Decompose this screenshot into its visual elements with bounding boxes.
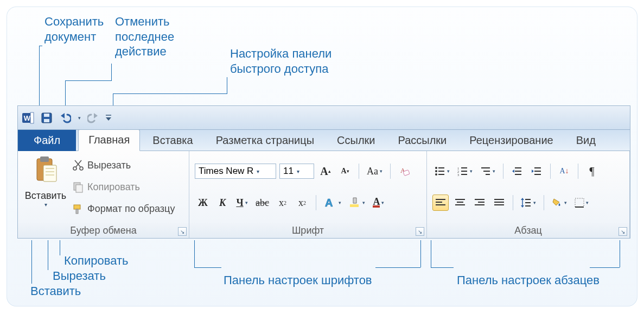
increase-indent-button[interactable] xyxy=(528,163,545,179)
align-right-button[interactable] xyxy=(471,195,488,211)
svg-point-33 xyxy=(435,173,437,176)
borders-button[interactable]: ▾ xyxy=(572,195,591,211)
svg-rect-4 xyxy=(44,114,49,117)
highlight-icon xyxy=(349,197,361,209)
justify-button[interactable] xyxy=(491,195,507,211)
paint-bucket-icon xyxy=(552,198,563,208)
svg-marker-47 xyxy=(512,170,514,173)
svg-rect-23 xyxy=(76,209,78,214)
ribbon-panels: Вставить ▾ Вырезать Копировать xyxy=(18,151,630,238)
callout-font-panel: Панель настроек шрифтов xyxy=(224,273,372,288)
tab-home[interactable]: Главная xyxy=(78,129,140,151)
italic-button[interactable]: К xyxy=(214,195,231,211)
panel-font: Times New R ▾ 11 ▾ A▴ A▾ xyxy=(189,151,427,238)
highlight-button[interactable]: ▾ xyxy=(347,195,367,211)
undo-dropdown[interactable]: ▾ xyxy=(75,110,83,126)
borders-icon xyxy=(575,198,584,208)
undo-button[interactable] xyxy=(57,110,73,126)
paragraph-group-label: Абзац xyxy=(514,225,542,236)
tab-review[interactable]: Рецензирование xyxy=(459,130,563,151)
change-case-button[interactable]: Aa▾ xyxy=(365,163,385,179)
svg-marker-28 xyxy=(353,198,356,203)
sort-button[interactable]: A↓ xyxy=(556,163,572,179)
indent-icon xyxy=(531,166,542,176)
font-dialog-launcher[interactable]: ↘ xyxy=(416,227,424,236)
underline-button[interactable]: Ч▾ xyxy=(234,195,250,211)
tab-file[interactable]: Файл xyxy=(18,130,76,151)
bold-button[interactable]: Ж xyxy=(195,195,211,211)
panel-clipboard: Вставить ▾ Вырезать Копировать xyxy=(18,151,189,238)
tab-mailings[interactable]: Рассылки xyxy=(388,130,457,151)
copy-label: Копировать xyxy=(87,181,140,193)
svg-rect-5 xyxy=(44,119,49,122)
ribbon-tabs: Файл Главная Вставка Разметка страницы С… xyxy=(18,130,630,151)
format-painter-button[interactable]: Формат по образцу xyxy=(72,202,175,216)
line-spacing-button[interactable]: ▾ xyxy=(519,195,538,211)
save-button[interactable] xyxy=(39,110,55,126)
callout-save: Сохранить документ xyxy=(44,14,104,44)
svg-point-16 xyxy=(73,167,76,170)
superscript-button[interactable]: x2 xyxy=(294,195,310,211)
svg-rect-27 xyxy=(350,204,359,207)
tab-view[interactable]: Вид xyxy=(566,130,606,151)
align-left-icon xyxy=(436,198,445,207)
svg-text:W: W xyxy=(24,114,31,122)
qat-customize-dropdown[interactable] xyxy=(104,110,113,126)
clipboard-group-label: Буфер обмена xyxy=(70,225,136,236)
redo-button[interactable] xyxy=(85,110,101,126)
font-family-combo[interactable]: Times New R ▾ xyxy=(195,164,276,179)
outdent-icon xyxy=(512,166,522,176)
svg-marker-9 xyxy=(106,117,111,121)
document-figure: Сохранить документ Отменить последнее де… xyxy=(7,7,637,306)
cut-button[interactable]: Вырезать xyxy=(72,158,175,172)
app-icon[interactable]: W xyxy=(20,110,36,126)
clear-formatting-button[interactable]: A xyxy=(396,163,412,179)
tab-references[interactable]: Ссылки xyxy=(327,130,385,151)
align-center-icon xyxy=(455,198,465,207)
grow-font-button[interactable]: A▴ xyxy=(317,163,334,179)
svg-text:3: 3 xyxy=(457,173,459,176)
paragraph-dialog-launcher[interactable]: ↘ xyxy=(619,227,627,236)
svg-rect-2 xyxy=(30,112,34,123)
show-marks-button[interactable]: ¶ xyxy=(584,163,600,179)
numbering-icon: 123 xyxy=(457,166,468,176)
svg-marker-70 xyxy=(553,199,559,205)
svg-rect-11 xyxy=(40,156,49,162)
shading-button[interactable]: ▾ xyxy=(550,195,569,211)
strikethrough-button[interactable]: abc xyxy=(253,195,271,211)
font-family-value: Times New R xyxy=(199,166,253,177)
font-size-combo[interactable]: 11 ▾ xyxy=(279,164,314,179)
align-center-button[interactable] xyxy=(452,195,468,211)
copy-button[interactable]: Копировать xyxy=(72,180,175,194)
text-effects-button[interactable]: A▾ xyxy=(322,195,343,211)
bullets-button[interactable]: ▾ xyxy=(432,163,452,179)
multilevel-list-button[interactable]: ▾ xyxy=(478,163,498,179)
text-effects-icon: A xyxy=(324,197,337,209)
callout-qat: Настройка панели быстрого доступа xyxy=(230,46,331,76)
svg-rect-12 xyxy=(43,165,56,181)
numbering-button[interactable]: 123▾ xyxy=(455,163,475,179)
clipboard-dialog-launcher[interactable]: ↘ xyxy=(178,227,187,236)
tab-page-layout[interactable]: Разметка страницы xyxy=(206,130,324,151)
decrease-indent-button[interactable] xyxy=(509,163,525,179)
align-left-button[interactable] xyxy=(432,195,449,211)
svg-marker-51 xyxy=(532,170,534,173)
tab-insert[interactable]: Вставка xyxy=(142,130,203,151)
callout-para-panel: Панель настроек абзацев xyxy=(457,273,600,288)
bullets-icon xyxy=(435,166,445,176)
callout-copy: Копировать xyxy=(64,253,128,268)
svg-line-19 xyxy=(75,160,80,167)
format-painter-label: Формат по образцу xyxy=(87,203,175,215)
paste-button[interactable]: Вставить ▾ xyxy=(25,155,66,208)
svg-rect-22 xyxy=(74,205,80,209)
svg-marker-6 xyxy=(61,113,65,118)
svg-point-17 xyxy=(80,167,83,170)
subscript-button[interactable]: x2 xyxy=(275,195,291,211)
panel-paragraph: ▾ 123▾ ▾ xyxy=(427,151,630,238)
font-color-button[interactable]: A▾ xyxy=(371,195,387,211)
cut-label: Вырезать xyxy=(87,160,131,171)
callout-undo: Отменить последнее действие xyxy=(115,14,174,59)
shrink-font-button[interactable]: A▾ xyxy=(337,163,353,179)
quick-access-toolbar: W ▾ xyxy=(18,106,630,130)
callout-cut: Вырезать xyxy=(53,268,106,284)
